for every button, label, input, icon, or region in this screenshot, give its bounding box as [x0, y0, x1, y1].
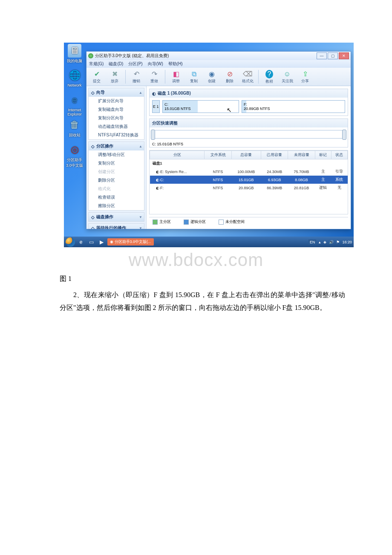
sidebar-item[interactable]: 检查错误 [89, 193, 144, 202]
body-paragraph: 2、现在来缩小（即压缩）F 盘到 15.90GB，在 F 盘上右击在弹出的菜单中… [60, 289, 345, 315]
menu-item[interactable]: 磁盘(D) [109, 61, 123, 67]
tray-flag-icon[interactable]: ▴ [319, 240, 321, 244]
toolbar-separator [125, 70, 126, 84]
tray-network-icon[interactable]: ◈ [323, 240, 326, 244]
table-header[interactable]: 总容量 [231, 151, 261, 159]
sidebar-item[interactable]: 复制磁盘向导 [89, 105, 144, 114]
taskbar-active-app[interactable]: ◉ 分区助手3.0中文版(... [107, 238, 154, 246]
toolbar-button[interactable]: ?教程 [261, 69, 278, 84]
toolbar-button[interactable]: ↶撤销 [128, 70, 145, 84]
sidebar-item[interactable]: 扩展分区向导 [89, 97, 144, 105]
disk-header: ◐ 磁盘 1 (36.00GB) [150, 89, 348, 98]
sidebar-item[interactable]: 擦除分区 [89, 202, 144, 210]
sidebar-group: ◇等待执行的操作▼ [88, 223, 144, 229]
partition-table: 分区文件系统总容量己用容量未用容量标记状态 磁盘1◐ E: System Re.… [150, 150, 348, 192]
lang-indicator[interactable]: EN [308, 240, 317, 245]
toolbar-separator [165, 70, 165, 84]
start-button[interactable] [66, 237, 75, 247]
minimize-button[interactable]: — [317, 52, 327, 59]
sidebar-group: ◇向导▲扩展分区向导复制磁盘向导复制分区向导动态磁盘转换器NTFS与FAT32转… [88, 88, 144, 140]
table-header[interactable]: 未用容量 [288, 151, 315, 159]
disk-header-text: 磁盘 1 (36.00GB) [158, 90, 191, 96]
legend-logical-swatch [184, 220, 189, 225]
taskbar-icon-ie[interactable]: e [77, 238, 85, 246]
clock[interactable]: 16:20 [342, 240, 352, 244]
table-header[interactable]: 标记 [315, 151, 331, 159]
figure-caption: 图 1 [60, 275, 392, 283]
toolbar-button[interactable]: ↷重做 [146, 70, 163, 84]
legend-primary-label: 主分区 [159, 220, 171, 224]
desktop-icon-app[interactable]: ◎分区助手3.0中文版 [65, 143, 84, 167]
disk-segment-c[interactable]: C: 15.01GB NTFS ↖ [162, 100, 239, 113]
segment-e-label: E 1 [153, 104, 159, 109]
sidebar-item: 格式化 [89, 185, 144, 193]
taskbar: e ▭ ▶ ◉ 分区助手3.0中文版(... EN ▴ ◈ 🔊 ⚑ 16:20 [64, 237, 354, 247]
table-row[interactable]: ◐ F:NTFS20.89GB86.39MB20.81GB逻辑无 [150, 184, 348, 192]
toolbar-button[interactable]: ✔提交 [88, 70, 105, 84]
quick-adjust-panel: 分区快速调整 C: 15.01GB NTFS [149, 119, 348, 147]
sidebar-item[interactable]: 复制分区向导 [89, 114, 144, 122]
sidebar-item[interactable]: 调整/移动分区 [89, 150, 144, 159]
taskbar-icon-explorer[interactable]: ▭ [87, 238, 95, 246]
segment-c-name: C: [164, 102, 191, 107]
desktop-icon-computer[interactable]: 🖥我的电脑 [65, 44, 84, 68]
toolbar-button[interactable]: ⌫格式化 [239, 70, 256, 84]
menu-item[interactable]: 分区(P) [128, 61, 142, 67]
menu-item[interactable]: 常规(G) [89, 61, 104, 67]
app-icon [88, 53, 93, 58]
sidebar-item[interactable]: NTFS与FAT32转换器 [89, 131, 144, 139]
toolbar-button[interactable]: ⇪分享 [297, 70, 314, 84]
segment-c-size: 15.01GB NTFS [164, 107, 191, 111]
sidebar-group-header[interactable]: ◇分区操作▲ [89, 142, 144, 150]
desktop-icon-bin[interactable]: 🗑回收站 [65, 118, 84, 142]
taskbar-icon-media[interactable]: ▶ [97, 238, 106, 246]
tray-action-icon[interactable]: ⚑ [336, 240, 340, 244]
legend-logical-label: 逻辑分区 [190, 220, 206, 224]
toolbar-button[interactable]: ✖放弃 [106, 70, 123, 84]
close-button[interactable]: ✕ [339, 52, 349, 59]
table-row[interactable]: ◐ C:NTFS15.01GB6.93GB8.08GB主系统 [150, 176, 348, 184]
table-header[interactable]: 分区 [150, 151, 205, 159]
tray-volume-icon[interactable]: 🔊 [329, 240, 334, 244]
sidebar-item: 创建分区 [89, 168, 144, 176]
table-header[interactable]: 文件系统 [205, 151, 231, 159]
toolbar-button[interactable]: ◧调整 [167, 70, 184, 84]
quick-adjust-title: 分区快速调整 [150, 119, 348, 127]
desktop-screenshot: 🖥我的电脑🌐NetworkeInternet Explorer🗑回收站◎分区助手… [64, 43, 354, 247]
menu-item[interactable]: 帮助(H) [168, 61, 183, 67]
toolbar-button[interactable]: ◉创建 [203, 70, 220, 84]
disk-icon: ◐ [152, 91, 156, 96]
cursor-icon: ↖ [227, 107, 232, 113]
sidebar-group-header[interactable]: ◇等待执行的操作▼ [89, 224, 144, 229]
main-panel: ◐ 磁盘 1 (36.00GB) E 1 C: 15.01GB NTFS [147, 86, 351, 229]
toolbar-button[interactable]: ⊘删除 [221, 70, 238, 84]
sidebar-item[interactable]: 复制分区 [89, 159, 144, 168]
toolbar-separator [258, 70, 259, 84]
maximize-button[interactable]: ▢ [328, 52, 338, 59]
sidebar-group-header[interactable]: ◇磁盘操作▼ [89, 213, 144, 221]
legend: 主分区 逻辑分区 未分配空间 [149, 217, 348, 226]
taskbar-active-label: 分区助手3.0中文版(... [115, 240, 151, 244]
table-header[interactable]: 己用容量 [261, 151, 288, 159]
partition-slider[interactable] [152, 130, 345, 139]
disk-segment-f[interactable]: F: 20.89GB NTFS [242, 100, 345, 113]
disk-segment-e[interactable]: E 1 [152, 100, 160, 113]
desktop-icon-ie[interactable]: eInternet Explorer [65, 93, 84, 117]
sidebar-item[interactable]: 删除分区 [89, 176, 144, 185]
slider-handle-left[interactable] [151, 130, 155, 140]
toolbar-button[interactable]: ⧉复制 [185, 70, 202, 84]
segment-f-name: F: [244, 102, 270, 107]
legend-unalloc-swatch [219, 220, 224, 225]
disk-map-panel: ◐ 磁盘 1 (36.00GB) E 1 C: 15.01GB NTFS [149, 89, 348, 116]
sidebar-item[interactable]: 动态磁盘转换器 [89, 122, 144, 131]
system-tray: EN ▴ ◈ 🔊 ⚑ 16:20 [308, 240, 352, 245]
toolbar-button[interactable]: ☺关注我 [279, 70, 296, 84]
sidebar-group-header[interactable]: ◇向导▲ [89, 88, 144, 97]
sidebar-group: ◇分区操作▲调整/移动分区复制分区创建分区删除分区格式化检查错误擦除分区 [88, 142, 144, 211]
table-row[interactable]: ◐ E: System Re...NTFS100.00MB24.30MB75.7… [150, 168, 348, 176]
menu-item[interactable]: 向导(W) [148, 61, 163, 67]
slider-handle-right[interactable] [342, 130, 346, 140]
sidebar-group: ◇磁盘操作▼ [88, 212, 144, 222]
desktop-icon-network[interactable]: 🌐Network [65, 69, 84, 92]
table-header[interactable]: 状态 [331, 151, 347, 159]
